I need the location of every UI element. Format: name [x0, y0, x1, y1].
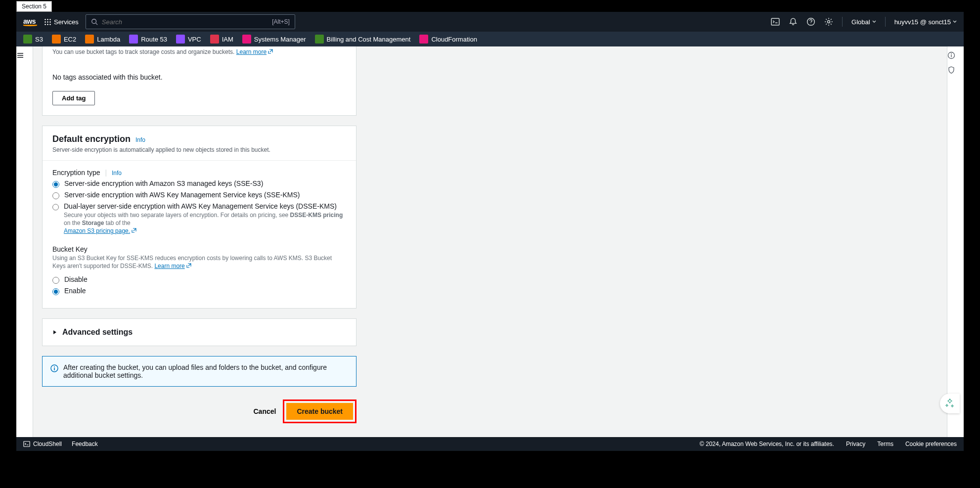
encryption-type-label: Encryption type: [52, 169, 100, 177]
bucket-key-desc: Using an S3 Bucket Key for SSE-KMS reduc…: [52, 254, 346, 271]
subnav-item-systems-manager[interactable]: Systems Manager: [239, 35, 309, 44]
footer-terms[interactable]: Terms: [877, 441, 893, 447]
subnav-item-cloudformation[interactable]: CloudFormation: [416, 35, 480, 44]
svg-rect-11: [24, 442, 30, 447]
encryption-option-sse-s3[interactable]: Server-side encryption with Amazon S3 ma…: [52, 179, 346, 188]
subnav-item-vpc[interactable]: VPC: [173, 35, 204, 44]
footer-privacy[interactable]: Privacy: [846, 441, 865, 447]
tags-learn-more-link[interactable]: Learn more: [236, 48, 273, 55]
encryption-panel: Default encryption Info Server-side encr…: [42, 126, 356, 309]
help-icon[interactable]: [806, 17, 815, 26]
pricing-link[interactable]: Amazon S3 pricing page.: [64, 227, 137, 234]
info-panel-toggle[interactable]: [947, 51, 964, 59]
top-nav: aws Services [Alt+S] Global huyvv15 @: [16, 12, 964, 32]
user-menu[interactable]: huyvv15 @ sonct15: [894, 18, 957, 26]
footer: CloudShell Feedback © 2024, Amazon Web S…: [16, 437, 964, 451]
subnav-item-ec2[interactable]: EC2: [49, 35, 79, 44]
subnav-item-route-53[interactable]: Route 53: [126, 35, 170, 44]
subnav-label: Route 53: [141, 36, 167, 43]
tags-empty: No tags associated with this bucket.: [52, 73, 346, 81]
advanced-settings-toggle[interactable]: Advanced settings: [43, 319, 356, 346]
radio-label: Dual-layer server-side encryption with A…: [64, 202, 346, 210]
service-icon: [52, 35, 61, 44]
radio-label: Server-side encryption with AWS Key Mana…: [64, 191, 300, 199]
bucket-key-disable[interactable]: Disable: [52, 275, 346, 284]
service-icon: [419, 35, 428, 44]
subnav-label: EC2: [64, 36, 76, 43]
info-icon: [50, 364, 58, 372]
radio-label: Enable: [64, 287, 86, 295]
svg-rect-2: [771, 18, 779, 25]
bucket-key-learn-more-link[interactable]: Learn more: [154, 263, 191, 269]
bell-icon[interactable]: [789, 17, 798, 26]
ai-chat-icon: [944, 398, 956, 409]
advanced-settings-panel: Advanced settings: [42, 318, 356, 346]
encryption-desc: Server-side encryption is automatically …: [43, 146, 356, 160]
chat-fab[interactable]: [940, 394, 960, 413]
service-icon: [210, 35, 219, 44]
bucket-key-label: Bucket Key: [52, 245, 88, 253]
subnav-label: Lambda: [97, 36, 120, 43]
radio-bk-enable[interactable]: [52, 288, 59, 295]
services-label: Services: [54, 18, 79, 26]
radio-dsse-kms[interactable]: [52, 204, 59, 211]
add-tag-button[interactable]: Add tag: [52, 91, 95, 105]
right-rail: [947, 46, 964, 437]
section-tab: Section 5: [16, 1, 52, 12]
service-icon: [23, 35, 32, 44]
footer-feedback[interactable]: Feedback: [72, 441, 98, 447]
encryption-option-sse-kms[interactable]: Server-side encryption with AWS Key Mana…: [52, 191, 346, 199]
footer-cloudshell-label: CloudShell: [33, 441, 62, 447]
services-menu-button[interactable]: Services: [44, 18, 79, 26]
security-panel-toggle[interactable]: [947, 66, 964, 74]
aws-logo[interactable]: aws: [23, 17, 37, 26]
tags-panel: You can use bucket tags to track storage…: [42, 46, 356, 116]
subnav-label: S3: [35, 36, 43, 43]
search-icon: [91, 18, 98, 25]
left-rail-toggle[interactable]: [16, 46, 33, 437]
footer-cloudshell[interactable]: CloudShell: [23, 441, 62, 447]
tags-hint: You can use bucket tags to track storage…: [52, 48, 346, 55]
cancel-button[interactable]: Cancel: [253, 407, 276, 415]
gear-icon[interactable]: [824, 17, 833, 26]
service-icon: [176, 35, 185, 44]
action-row: Cancel Create bucket: [42, 399, 356, 423]
service-icon: [85, 35, 94, 44]
region-label: Global: [851, 18, 870, 26]
encryption-type-info-link[interactable]: Info: [112, 170, 122, 177]
svg-point-6: [54, 366, 55, 367]
subnav-label: IAM: [222, 36, 233, 43]
subnav-item-lambda[interactable]: Lambda: [82, 35, 123, 44]
footer-cookies[interactable]: Cookie preferences: [905, 441, 957, 447]
svg-rect-10: [951, 55, 951, 57]
create-bucket-button[interactable]: Create bucket: [286, 403, 353, 420]
content: You can use bucket tags to track storage…: [33, 46, 947, 437]
caret-right-icon: [52, 330, 57, 335]
service-icon: [242, 35, 251, 44]
service-icon: [129, 35, 138, 44]
search-shortcut: [Alt+S]: [272, 18, 290, 25]
subnav-label: Systems Manager: [254, 36, 306, 43]
subnav-item-billing-and-cost-management[interactable]: Billing and Cost Management: [312, 35, 414, 44]
search-box[interactable]: [Alt+S]: [86, 14, 295, 29]
subnav-item-s3[interactable]: S3: [20, 35, 46, 44]
radio-sse-kms[interactable]: [52, 192, 59, 199]
grid-icon: [44, 18, 51, 25]
info-banner-text: After creating the bucket, you can uploa…: [63, 363, 348, 379]
dsse-desc: Secure your objects with two separate la…: [64, 211, 346, 235]
hamburger-icon: [16, 51, 24, 59]
chevron-down-icon: [872, 20, 876, 24]
encryption-info-link[interactable]: Info: [135, 136, 145, 143]
region-selector[interactable]: Global: [851, 18, 876, 26]
svg-line-1: [95, 23, 97, 25]
radio-bk-disable[interactable]: [52, 277, 59, 284]
subnav-item-iam[interactable]: IAM: [207, 35, 236, 44]
search-input[interactable]: [102, 18, 268, 26]
aws-logo-text: aws: [23, 17, 36, 25]
service-icon: [315, 35, 324, 44]
external-link-icon: [267, 48, 273, 54]
cloudshell-icon[interactable]: [771, 17, 780, 26]
radio-sse-s3[interactable]: [52, 181, 59, 188]
encryption-option-dsse-kms[interactable]: Dual-layer server-side encryption with A…: [52, 202, 346, 235]
bucket-key-enable[interactable]: Enable: [52, 287, 346, 295]
